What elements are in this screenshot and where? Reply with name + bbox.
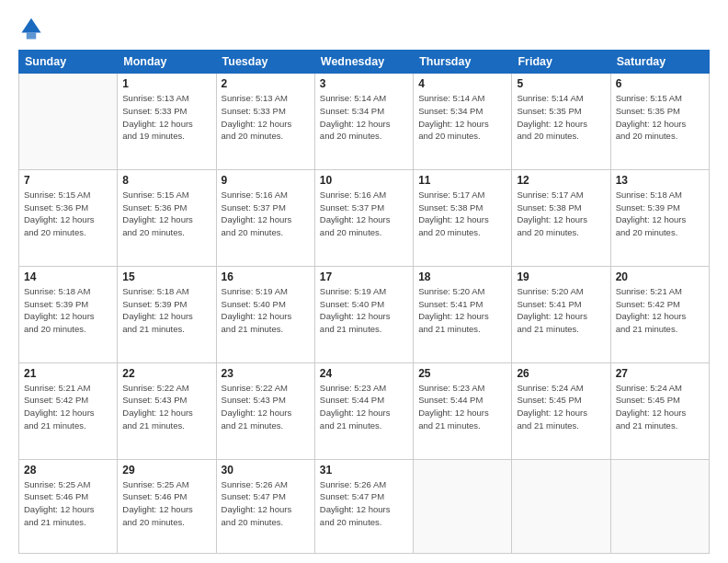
day-number: 20 xyxy=(616,270,704,283)
day-info: Sunrise: 5:14 AM Sunset: 5:34 PM Dayligh… xyxy=(320,92,408,143)
day-number: 15 xyxy=(122,270,210,283)
calendar-header-saturday: Saturday xyxy=(610,51,709,74)
svg-marker-0 xyxy=(22,18,41,33)
calendar-header-friday: Friday xyxy=(512,51,610,74)
calendar-cell: 13Sunrise: 5:18 AM Sunset: 5:39 PM Dayli… xyxy=(610,169,709,266)
calendar-cell: 21Sunrise: 5:21 AM Sunset: 5:42 PM Dayli… xyxy=(19,362,118,459)
calendar-cell: 4Sunrise: 5:14 AM Sunset: 5:34 PM Daylig… xyxy=(414,74,512,170)
day-number: 22 xyxy=(122,367,210,380)
calendar-cell: 2Sunrise: 5:13 AM Sunset: 5:33 PM Daylig… xyxy=(216,74,314,170)
day-info: Sunrise: 5:17 AM Sunset: 5:38 PM Dayligh… xyxy=(517,189,605,239)
page: SundayMondayTuesdayWednesdayThursdayFrid… xyxy=(0,0,728,563)
calendar-week-3: 21Sunrise: 5:21 AM Sunset: 5:42 PM Dayli… xyxy=(19,362,710,459)
day-info: Sunrise: 5:13 AM Sunset: 5:33 PM Dayligh… xyxy=(222,92,310,143)
calendar-week-0: 1Sunrise: 5:13 AM Sunset: 5:33 PM Daylig… xyxy=(19,74,710,170)
day-info: Sunrise: 5:25 AM Sunset: 5:46 PM Dayligh… xyxy=(122,478,210,529)
day-info: Sunrise: 5:21 AM Sunset: 5:42 PM Dayligh… xyxy=(616,285,704,336)
day-number: 5 xyxy=(517,77,605,90)
calendar-cell: 23Sunrise: 5:22 AM Sunset: 5:43 PM Dayli… xyxy=(216,362,314,459)
logo-icon xyxy=(18,17,44,42)
calendar-cell: 8Sunrise: 5:15 AM Sunset: 5:36 PM Daylig… xyxy=(118,169,216,266)
day-info: Sunrise: 5:21 AM Sunset: 5:42 PM Dayligh… xyxy=(24,382,112,432)
calendar-cell xyxy=(19,74,118,170)
day-info: Sunrise: 5:14 AM Sunset: 5:35 PM Dayligh… xyxy=(517,92,605,143)
day-info: Sunrise: 5:18 AM Sunset: 5:39 PM Dayligh… xyxy=(616,189,704,239)
calendar-header-thursday: Thursday xyxy=(414,51,512,74)
logo xyxy=(18,17,48,42)
day-number: 18 xyxy=(418,270,506,283)
day-number: 25 xyxy=(418,367,506,380)
calendar-header-sunday: Sunday xyxy=(19,51,118,74)
day-number: 29 xyxy=(122,464,210,477)
day-number: 1 xyxy=(122,77,210,90)
calendar-cell: 5Sunrise: 5:14 AM Sunset: 5:35 PM Daylig… xyxy=(512,74,610,170)
day-info: Sunrise: 5:16 AM Sunset: 5:37 PM Dayligh… xyxy=(320,189,408,239)
day-number: 9 xyxy=(222,174,310,187)
calendar-cell: 1Sunrise: 5:13 AM Sunset: 5:33 PM Daylig… xyxy=(118,74,216,170)
day-number: 11 xyxy=(418,174,506,187)
calendar-cell: 27Sunrise: 5:24 AM Sunset: 5:45 PM Dayli… xyxy=(610,362,709,459)
day-number: 13 xyxy=(616,174,704,187)
calendar-cell: 31Sunrise: 5:26 AM Sunset: 5:47 PM Dayli… xyxy=(314,459,413,553)
day-info: Sunrise: 5:18 AM Sunset: 5:39 PM Dayligh… xyxy=(122,285,210,336)
calendar-cell: 18Sunrise: 5:20 AM Sunset: 5:41 PM Dayli… xyxy=(414,266,512,362)
calendar-table: SundayMondayTuesdayWednesdayThursdayFrid… xyxy=(18,50,710,554)
day-number: 21 xyxy=(24,367,112,380)
day-info: Sunrise: 5:19 AM Sunset: 5:40 PM Dayligh… xyxy=(222,285,310,336)
day-info: Sunrise: 5:13 AM Sunset: 5:33 PM Dayligh… xyxy=(122,92,210,143)
day-info: Sunrise: 5:24 AM Sunset: 5:45 PM Dayligh… xyxy=(616,382,704,432)
day-info: Sunrise: 5:22 AM Sunset: 5:43 PM Dayligh… xyxy=(122,382,210,432)
calendar-cell: 24Sunrise: 5:23 AM Sunset: 5:44 PM Dayli… xyxy=(314,362,413,459)
day-number: 7 xyxy=(24,174,112,187)
calendar-cell: 9Sunrise: 5:16 AM Sunset: 5:37 PM Daylig… xyxy=(216,169,314,266)
day-info: Sunrise: 5:25 AM Sunset: 5:46 PM Dayligh… xyxy=(24,478,112,529)
calendar-cell: 19Sunrise: 5:20 AM Sunset: 5:41 PM Dayli… xyxy=(512,266,610,362)
calendar-cell xyxy=(512,459,610,553)
calendar-cell: 30Sunrise: 5:26 AM Sunset: 5:47 PM Dayli… xyxy=(216,459,314,553)
day-info: Sunrise: 5:14 AM Sunset: 5:34 PM Dayligh… xyxy=(418,92,506,143)
calendar-cell: 16Sunrise: 5:19 AM Sunset: 5:40 PM Dayli… xyxy=(216,266,314,362)
calendar-cell: 7Sunrise: 5:15 AM Sunset: 5:36 PM Daylig… xyxy=(19,169,118,266)
day-info: Sunrise: 5:26 AM Sunset: 5:47 PM Dayligh… xyxy=(222,478,310,529)
day-info: Sunrise: 5:20 AM Sunset: 5:41 PM Dayligh… xyxy=(418,285,506,336)
calendar-cell: 20Sunrise: 5:21 AM Sunset: 5:42 PM Dayli… xyxy=(610,266,709,362)
day-number: 23 xyxy=(222,367,310,380)
day-info: Sunrise: 5:18 AM Sunset: 5:39 PM Dayligh… xyxy=(24,285,112,336)
day-number: 2 xyxy=(222,77,310,90)
day-number: 27 xyxy=(616,367,704,380)
calendar-header-wednesday: Wednesday xyxy=(314,51,413,74)
calendar-header-row: SundayMondayTuesdayWednesdayThursdayFrid… xyxy=(19,51,710,74)
calendar-cell: 10Sunrise: 5:16 AM Sunset: 5:37 PM Dayli… xyxy=(314,169,413,266)
day-info: Sunrise: 5:22 AM Sunset: 5:43 PM Dayligh… xyxy=(222,382,310,432)
calendar-cell: 28Sunrise: 5:25 AM Sunset: 5:46 PM Dayli… xyxy=(19,459,118,553)
calendar-cell: 11Sunrise: 5:17 AM Sunset: 5:38 PM Dayli… xyxy=(414,169,512,266)
calendar-cell: 15Sunrise: 5:18 AM Sunset: 5:39 PM Dayli… xyxy=(118,266,216,362)
day-number: 4 xyxy=(418,77,506,90)
calendar-week-4: 28Sunrise: 5:25 AM Sunset: 5:46 PM Dayli… xyxy=(19,459,710,553)
day-info: Sunrise: 5:15 AM Sunset: 5:36 PM Dayligh… xyxy=(122,189,210,239)
day-number: 17 xyxy=(320,270,408,283)
calendar-cell: 6Sunrise: 5:15 AM Sunset: 5:35 PM Daylig… xyxy=(610,74,709,170)
svg-rect-1 xyxy=(27,33,37,40)
calendar-cell xyxy=(610,459,709,553)
calendar-week-1: 7Sunrise: 5:15 AM Sunset: 5:36 PM Daylig… xyxy=(19,169,710,266)
day-info: Sunrise: 5:15 AM Sunset: 5:35 PM Dayligh… xyxy=(616,92,704,143)
day-info: Sunrise: 5:20 AM Sunset: 5:41 PM Dayligh… xyxy=(517,285,605,336)
calendar-cell: 26Sunrise: 5:24 AM Sunset: 5:45 PM Dayli… xyxy=(512,362,610,459)
day-number: 14 xyxy=(24,270,112,283)
day-number: 16 xyxy=(222,270,310,283)
day-number: 6 xyxy=(616,77,704,90)
day-info: Sunrise: 5:17 AM Sunset: 5:38 PM Dayligh… xyxy=(418,189,506,239)
day-number: 19 xyxy=(517,270,605,283)
calendar-cell: 17Sunrise: 5:19 AM Sunset: 5:40 PM Dayli… xyxy=(314,266,413,362)
calendar-cell: 3Sunrise: 5:14 AM Sunset: 5:34 PM Daylig… xyxy=(314,74,413,170)
day-info: Sunrise: 5:19 AM Sunset: 5:40 PM Dayligh… xyxy=(320,285,408,336)
day-number: 31 xyxy=(320,464,408,477)
day-number: 3 xyxy=(320,77,408,90)
calendar-header-tuesday: Tuesday xyxy=(216,51,314,74)
day-number: 24 xyxy=(320,367,408,380)
calendar-cell: 29Sunrise: 5:25 AM Sunset: 5:46 PM Dayli… xyxy=(118,459,216,553)
day-info: Sunrise: 5:16 AM Sunset: 5:37 PM Dayligh… xyxy=(222,189,310,239)
calendar-cell: 22Sunrise: 5:22 AM Sunset: 5:43 PM Dayli… xyxy=(118,362,216,459)
calendar-cell: 14Sunrise: 5:18 AM Sunset: 5:39 PM Dayli… xyxy=(19,266,118,362)
